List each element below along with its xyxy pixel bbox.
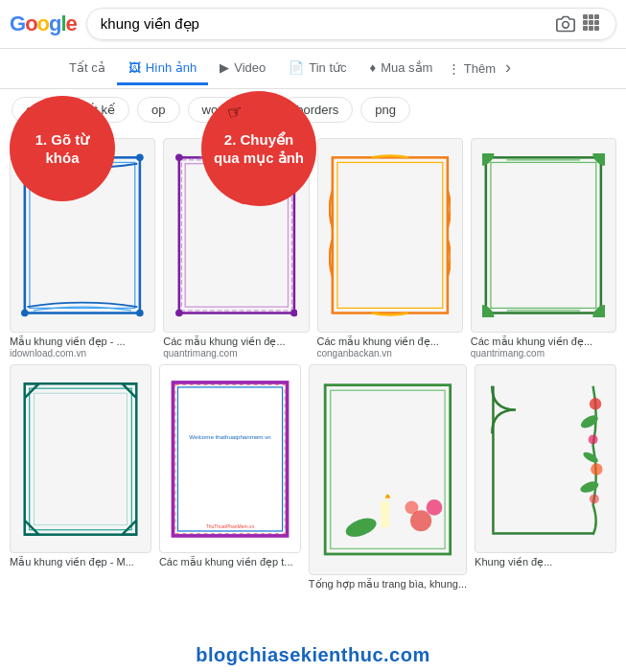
tab-extra[interactable]: › xyxy=(499,54,517,84)
svg-point-19 xyxy=(590,153,605,169)
tab-shopping[interactable]: ♦ Mua sắm xyxy=(359,53,445,85)
svg-rect-26 xyxy=(35,393,128,525)
svg-point-12 xyxy=(175,310,183,317)
image-source-2: quantrimang.com xyxy=(163,348,309,359)
annotation-step2: 2. Chuyển qua mục ảnh xyxy=(201,91,316,206)
svg-rect-32 xyxy=(325,385,450,554)
image-thumb-7[interactable] xyxy=(309,364,467,575)
svg-point-10 xyxy=(175,154,183,162)
svg-point-35 xyxy=(427,499,443,516)
svg-point-13 xyxy=(290,310,298,317)
image-source-3: conganbackan.vn xyxy=(317,348,463,359)
svg-rect-37 xyxy=(381,501,388,528)
search-input[interactable]: khung viền đẹp xyxy=(101,16,556,33)
shopping-icon: ♦ xyxy=(370,60,377,75)
grid-icon[interactable] xyxy=(583,14,602,34)
image-card-8[interactable]: Khung viền đẹ... xyxy=(475,364,616,591)
image-source-4: quantrimang.com xyxy=(471,348,616,359)
image-thumb-5[interactable] xyxy=(10,364,151,553)
header: Google khung viền đẹp xyxy=(0,0,626,49)
tab-video[interactable]: ▶ Video xyxy=(208,53,277,85)
image-caption-4: Các mẫu khung viền đẹ... xyxy=(471,336,616,348)
tab-all[interactable]: Tất cả xyxy=(58,53,117,85)
svg-rect-27 xyxy=(173,382,287,536)
images-icon: 🖼 xyxy=(128,60,141,75)
svg-point-39 xyxy=(590,398,601,409)
tab-more[interactable]: ⋮ Thêm xyxy=(444,54,499,83)
svg-text:Welcome thathuatphanmem.vn: Welcome thathuatphanmem.vn xyxy=(189,433,271,440)
image-caption-5: Mẫu khung viền đẹp - M... xyxy=(10,556,151,568)
image-card-3[interactable]: Các mẫu khung viền đẹ... conganbackan.vn xyxy=(317,138,463,359)
image-caption-2: Các mẫu khung viền đẹ... xyxy=(163,336,309,348)
image-card-6[interactable]: Welcome thathuatphanmem.vn ThuThuatPhanM… xyxy=(159,364,301,591)
svg-rect-29 xyxy=(175,384,285,533)
watermark-bar: blogchiasekienthuc.com xyxy=(0,638,626,672)
svg-point-36 xyxy=(405,501,418,515)
svg-point-38 xyxy=(343,515,379,541)
svg-rect-44 xyxy=(492,385,494,532)
svg-point-0 xyxy=(563,22,569,29)
image-card-7[interactable]: Tổng hợp mẫu trang bìa, khung... xyxy=(309,364,467,591)
chip-png[interactable]: png xyxy=(360,97,410,123)
image-card-5[interactable]: Mẫu khung viền đẹp - M... xyxy=(10,364,151,591)
nav-tabs: Tất cả 🖼 Hình ảnh ▶ Video 📄 Tin tức ♦ Mu… xyxy=(0,49,626,89)
chip-op[interactable]: op xyxy=(137,97,179,123)
svg-point-40 xyxy=(589,434,598,444)
svg-point-4 xyxy=(136,154,144,162)
video-icon: ▶ xyxy=(220,60,229,75)
image-card-4[interactable]: Các mẫu khung viền đẹ... quantrimang.com xyxy=(471,138,616,359)
tab-images[interactable]: 🖼 Hình ảnh xyxy=(117,53,209,85)
image-thumb-6[interactable]: Welcome thathuatphanmem.vn ThuThuatPhanM… xyxy=(159,364,301,553)
svg-point-42 xyxy=(590,494,599,503)
image-thumb-4[interactable] xyxy=(471,138,616,333)
image-caption-1: Mẫu khung viền đẹp - ... xyxy=(10,336,155,348)
svg-rect-43 xyxy=(492,532,592,534)
image-caption-7: Tổng hợp mẫu trang bìa, khung... xyxy=(309,578,467,591)
news-icon: 📄 xyxy=(289,60,304,75)
image-caption-3: Các mẫu khung viền đẹ... xyxy=(317,336,463,348)
svg-point-20 xyxy=(482,302,498,317)
image-caption-8: Khung viền đẹ... xyxy=(475,556,616,568)
svg-point-5 xyxy=(21,310,29,317)
annotation-step1: 1. Gõ từ khóa xyxy=(10,96,115,201)
image-grid-row2: Mẫu khung viền đẹp - M... Welcome thathu… xyxy=(10,364,616,591)
svg-point-6 xyxy=(136,310,144,317)
svg-rect-25 xyxy=(30,388,132,530)
svg-rect-15 xyxy=(337,163,443,309)
svg-rect-17 xyxy=(491,163,596,309)
image-section: Mẫu khung viền đẹp - ... idownload.com.v… xyxy=(0,130,626,591)
svg-point-21 xyxy=(590,302,605,317)
svg-text:ThuThuatPhanMem.vn: ThuThuatPhanMem.vn xyxy=(206,524,255,529)
svg-rect-28 xyxy=(177,387,282,531)
svg-rect-16 xyxy=(486,157,601,313)
svg-point-46 xyxy=(582,450,600,464)
svg-rect-24 xyxy=(25,383,137,534)
image-thumb-8[interactable] xyxy=(475,364,616,553)
camera-icon[interactable] xyxy=(556,14,575,34)
image-source-1: idownload.com.vn xyxy=(10,348,155,359)
search-bar[interactable]: khung viền đẹp xyxy=(86,8,616,40)
image-caption-6: Các mẫu khung viền đẹp t... xyxy=(159,556,301,568)
tab-news[interactable]: 📄 Tin tức xyxy=(277,53,358,85)
svg-point-18 xyxy=(482,153,498,169)
svg-rect-14 xyxy=(333,157,448,313)
svg-point-41 xyxy=(591,463,602,475)
image-thumb-3[interactable] xyxy=(317,138,463,333)
google-logo: Google xyxy=(10,12,77,36)
